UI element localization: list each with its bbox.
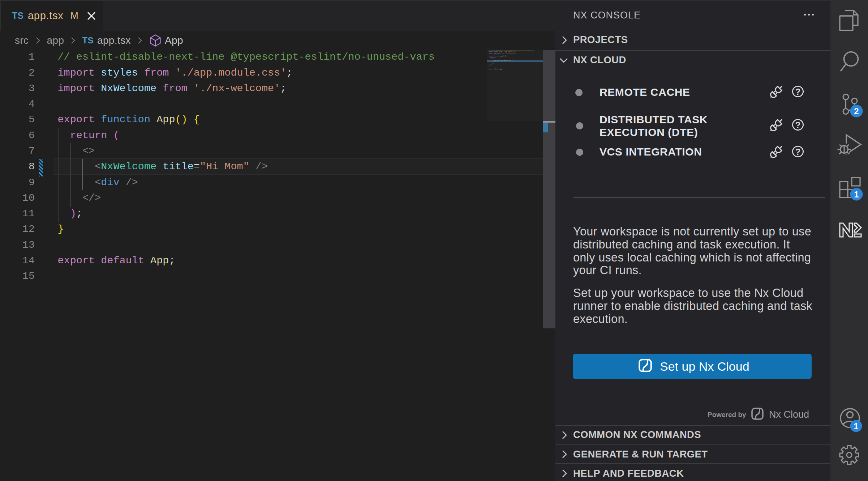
svg-text:1: 1: [854, 190, 859, 199]
svg-text:?: ?: [795, 120, 801, 130]
svg-text:?: ?: [795, 87, 801, 97]
svg-text:?: ?: [795, 147, 801, 157]
svg-text:2: 2: [854, 106, 859, 116]
svg-text:1: 1: [854, 422, 859, 431]
